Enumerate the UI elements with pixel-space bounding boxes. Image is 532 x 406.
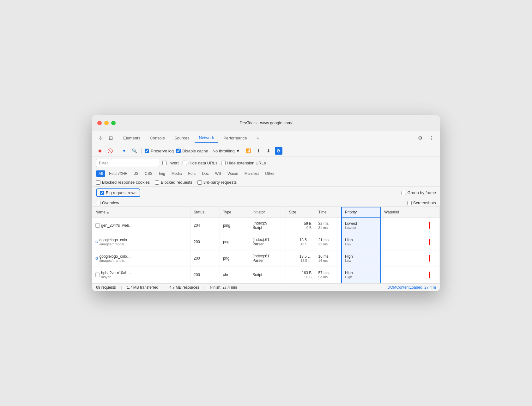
blocked-cookies-checkbox[interactable] [96, 180, 100, 185]
device-toolbar-btn[interactable]: ⊡ [106, 134, 115, 143]
more-options-btn[interactable]: ⋮ [427, 134, 436, 143]
cell-name-0: gen_204?s=web… [92, 217, 190, 234]
wifi-icon-btn[interactable]: 📶 [245, 147, 252, 155]
row-name-primary-1: googlelogo_colo… [100, 238, 131, 242]
col-header-time[interactable]: Time [315, 207, 342, 217]
hide-extension-urls-label[interactable]: Hide extension URLs [221, 161, 266, 165]
col-header-status[interactable]: Status [190, 207, 220, 217]
search-btn[interactable]: 🔍 [130, 147, 138, 155]
hide-data-urls-label[interactable]: Hide data URLs [183, 161, 218, 165]
time-primary-0: 32 ms [318, 221, 338, 226]
time-secondary-3: 53 ms [318, 275, 338, 279]
settings-icon-btn[interactable]: ⚙ [416, 134, 425, 143]
cell-time-3: 57 ms 53 ms [315, 267, 342, 283]
tab-network[interactable]: Network [195, 133, 219, 143]
filter-input[interactable] [96, 159, 159, 167]
type-filter-row: All Fetch/XHR JS CSS Img Media Font Doc … [92, 169, 440, 178]
type-btn-media[interactable]: Media [169, 170, 184, 177]
preserve-log-checkbox[interactable] [145, 149, 149, 153]
time-primary-3: 57 ms [318, 271, 338, 275]
type-btn-font[interactable]: Font [185, 170, 198, 177]
hide-data-urls-checkbox[interactable] [183, 161, 187, 165]
cursor-icon-btn[interactable]: ⊹ [96, 134, 105, 143]
tab-elements[interactable]: Elements [119, 134, 145, 142]
screenshots-checkbox[interactable] [407, 201, 412, 205]
group-by-frame-label[interactable]: Group by frame [402, 190, 436, 195]
type-btn-img[interactable]: Img [156, 170, 168, 177]
type-btn-wasm[interactable]: Wasm [225, 170, 241, 177]
col-header-name[interactable]: Name [92, 207, 190, 217]
third-party-checkbox[interactable] [197, 180, 202, 185]
separator1: | [121, 285, 122, 290]
close-button[interactable] [97, 121, 102, 125]
hide-extension-urls-checkbox[interactable] [221, 161, 226, 165]
initiator-sub-3: Script [252, 273, 262, 277]
type-btn-css[interactable]: CSS [142, 170, 155, 177]
type-btn-other[interactable]: Other [263, 170, 277, 177]
initiator-link-1[interactable]: (index):61 [252, 237, 269, 242]
invert-checkbox[interactable] [162, 161, 167, 165]
third-party-label[interactable]: 3rd-party requests [197, 180, 237, 185]
col-header-type[interactable]: Type [220, 207, 249, 217]
blocked-requests-checkbox[interactable] [155, 180, 159, 185]
maximize-button[interactable] [111, 121, 116, 125]
type-btn-ws[interactable]: WS [213, 170, 224, 177]
col-header-initiator[interactable]: Initiator [249, 207, 286, 217]
throttle-select[interactable]: No throttling ▼ [211, 148, 242, 154]
upload-icon-btn[interactable]: ⬆ [255, 147, 262, 155]
disable-cache-label[interactable]: Disable cache [176, 149, 208, 153]
cell-initiator-1: (index):61 Parser [249, 234, 286, 250]
col-header-size[interactable]: Size [286, 207, 315, 217]
row-name-secondary-2: /images/brandin… [100, 259, 128, 262]
priority-primary-1: High [345, 238, 377, 242]
initiator-link-2[interactable]: (index):61 [252, 254, 269, 258]
tab-more[interactable]: » [252, 134, 263, 142]
overview-label[interactable]: Overview [96, 200, 119, 205]
cell-type-1: png [220, 234, 249, 250]
invert-label[interactable]: Invert [162, 161, 179, 165]
clear-btn[interactable]: 🚫 [106, 147, 114, 155]
row-name-primary-3: hpba?vet=10ah… [101, 271, 131, 275]
cell-size-3: 163 B 56 B [286, 267, 315, 283]
row-name-primary-2: googlelogo_colo… [100, 254, 131, 259]
big-request-rows-checkbox[interactable] [100, 191, 104, 195]
type-btn-js[interactable]: JS [131, 170, 141, 177]
preserve-log-label[interactable]: Preserve log [145, 149, 174, 153]
row-checkbox-0[interactable] [95, 223, 100, 228]
row-name-primary-0: gen_204?s=web… [101, 223, 133, 228]
size-primary-3: 163 B [289, 271, 312, 275]
filter-btn[interactable]: ▼ [120, 147, 128, 155]
row-checkbox-3[interactable] [95, 273, 100, 277]
type-btn-manifest[interactable]: Manifest [242, 170, 261, 177]
tab-sources[interactable]: Sources [170, 134, 194, 142]
disable-cache-checkbox[interactable] [176, 149, 181, 153]
type-btn-all[interactable]: All [96, 170, 105, 177]
blocked-requests-label[interactable]: Blocked requests [155, 180, 192, 185]
col-header-waterfall[interactable]: Waterfall [381, 207, 439, 217]
network-settings-btn[interactable]: ⚙ [275, 147, 282, 155]
size-secondary-1: 13.5 … [289, 242, 312, 246]
cell-type-0: ping [220, 217, 249, 234]
col-header-priority[interactable]: Priority [342, 207, 381, 217]
blocked-cookies-label[interactable]: Blocked response cookies [96, 180, 150, 185]
cell-size-1: 13.5 … 13.5 … [286, 234, 315, 250]
big-request-rows-container[interactable]: Big request rows [96, 188, 140, 197]
size-primary-1: 13.5 … [289, 238, 312, 242]
group-by-frame-checkbox[interactable] [402, 191, 406, 195]
filter-options: Invert Hide data URLs Hide extension URL… [162, 161, 266, 165]
type-btn-doc[interactable]: Doc [199, 170, 211, 177]
tab-performance[interactable]: Performance [219, 134, 251, 142]
type-btn-fetch[interactable]: Fetch/XHR [106, 170, 130, 177]
minimize-button[interactable] [104, 121, 109, 125]
tab-console[interactable]: Console [145, 134, 169, 142]
status-transferred: 1.7 MB transferred [127, 285, 158, 290]
table-row: hpba?vet=10ah… /async 200 xhr Script 163… [92, 267, 440, 283]
cell-priority-1: High Low [342, 234, 381, 250]
record-stop-btn[interactable]: ⏺ [96, 147, 104, 155]
network-toolbar: ⏺ 🚫 ▼ 🔍 Preserve log Disable cache No th… [92, 145, 440, 157]
overview-checkbox[interactable] [96, 201, 100, 205]
filter-row: Invert Hide data URLs Hide extension URL… [92, 157, 440, 169]
screenshots-label[interactable]: Screenshots [407, 200, 436, 205]
download-icon-btn[interactable]: ⬇ [265, 147, 272, 155]
initiator-link-0[interactable]: (index):9 [252, 221, 267, 225]
